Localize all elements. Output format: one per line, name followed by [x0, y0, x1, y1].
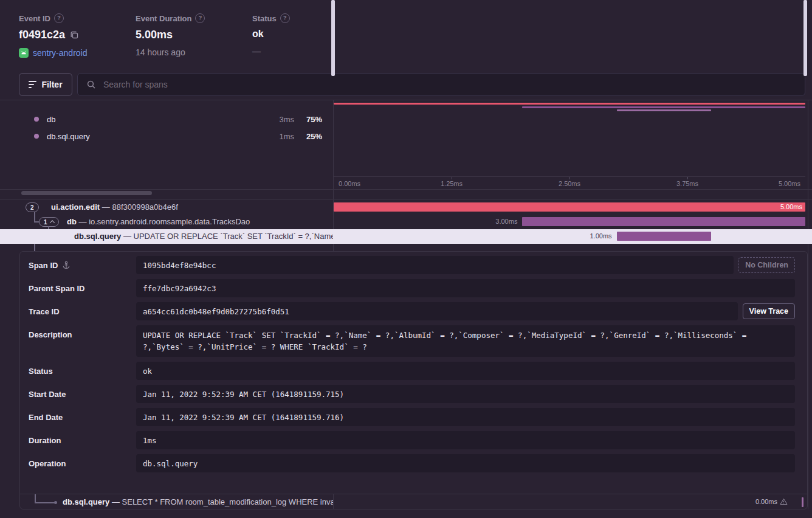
span-op: ui.action.edit: [51, 202, 100, 212]
status-label: Status: [252, 14, 277, 23]
minimap-left-handle[interactable]: [331, 0, 335, 76]
detail-row-status: Status ok: [29, 362, 795, 380]
status-value: ok: [252, 29, 290, 40]
detail-value-start-date: Jan 11, 2022 9:52:39 AM CET (1641891159.…: [136, 385, 795, 403]
span-row-db[interactable]: 1 db — io.sentry.android.roomsample.data…: [0, 215, 812, 229]
no-children-button[interactable]: No Children: [738, 257, 795, 273]
search-input[interactable]: [102, 79, 796, 90]
time-axis: 0.00ms 1.25ms 2.50ms 3.75ms 5.00ms: [334, 176, 805, 189]
children-count-pill[interactable]: 2: [26, 202, 39, 212]
event-duration-label: Event Duration: [136, 14, 191, 23]
span-duration: 5.00ms: [780, 202, 802, 212]
detail-label-text: Start Date: [29, 390, 66, 399]
help-icon[interactable]: ?: [280, 13, 290, 23]
tree-connector: [35, 494, 36, 503]
view-trace-button[interactable]: View Trace: [743, 303, 795, 319]
event-id-value-row: f0491c2a: [19, 29, 88, 41]
span-bar[interactable]: [334, 202, 805, 212]
zero-duration-span-tick: [802, 497, 803, 507]
span-detail-page: Event ID ? f0491c2a sentry-android: [0, 0, 812, 518]
legend-item-db-sql-query[interactable]: db.sql.query 1ms 25%: [34, 129, 322, 143]
detail-value-parent-span-id: ffe7dbc92a6942c3: [136, 279, 795, 297]
span-desc: SELECT * FROM room_table_modification_lo…: [122, 497, 334, 506]
legend-percent: 25%: [294, 132, 322, 141]
legend-dot: [34, 134, 39, 139]
event-id-label: Event ID: [19, 14, 50, 23]
legend-percent: 75%: [294, 115, 322, 124]
help-icon[interactable]: ?: [195, 13, 205, 23]
span-op: db.sql.query: [63, 497, 109, 506]
detail-row-operation: Operation db.sql.query: [29, 454, 795, 472]
span-desc: io.sentry.android.roomsample.data.Tracks…: [89, 217, 250, 226]
span-desc: UPDATE OR REPLACE `Track` SET `TrackId` …: [134, 232, 333, 241]
span-duration-with-warning: 0.00ms: [755, 498, 788, 505]
detail-row-duration: Duration 1ms: [29, 431, 795, 449]
android-icon: [19, 48, 29, 58]
span-details-panel: Span ID 1095bd4ef8e94bcc No Children Par…: [19, 251, 808, 509]
event-id-label-row: Event ID ?: [19, 13, 88, 23]
minimap-bottom-border: [0, 189, 812, 190]
span-bar[interactable]: [522, 217, 805, 226]
span-title: db — io.sentry.android.roomsample.data.T…: [67, 217, 250, 226]
tree-timeline-divider: [333, 494, 334, 509]
span-duration: 1.00ms: [590, 232, 612, 241]
span-op: db.sql.query: [74, 232, 121, 241]
span-search: [77, 73, 805, 96]
span-bar[interactable]: [617, 232, 711, 241]
detail-value-span-id: 1095bd4ef8e94bcc: [136, 256, 734, 274]
axis-tick: [687, 177, 688, 179]
minimap-span-db-sql-query: [617, 109, 711, 111]
span-title: ui.action.edit — 88f300998a0b4e6f: [51, 202, 178, 212]
detail-label-text: Operation: [29, 459, 66, 468]
span-row-bar-cell: 1.00ms: [334, 229, 805, 244]
detail-row-trace-id: Trace ID a654cc61dc0b48ef9d0b27275b6f0d5…: [29, 302, 795, 320]
detail-row-description: Description UPDATE OR REPLACE `Track` SE…: [29, 325, 795, 357]
copy-icon[interactable]: [70, 30, 79, 40]
detail-label-text: Description: [29, 330, 72, 339]
axis-tick: [452, 177, 452, 179]
legend-duration: 3ms: [266, 115, 294, 124]
minimap-span-db: [522, 106, 805, 108]
help-icon[interactable]: ?: [54, 13, 64, 23]
separator: —: [123, 232, 131, 241]
detail-value-status: ok: [136, 362, 795, 380]
detail-value-operation: db.sql.query: [136, 454, 795, 472]
detail-label-text: Duration: [29, 436, 61, 445]
status-field: Status ? ok —: [252, 13, 290, 56]
children-count-pill[interactable]: 1: [39, 217, 59, 227]
legend-op: db.sql.query: [47, 132, 266, 141]
project-link[interactable]: sentry-android: [19, 48, 88, 58]
filter-button[interactable]: Filter: [19, 73, 72, 96]
anchor-icon[interactable]: [62, 261, 71, 269]
search-icon: [86, 80, 96, 89]
trace-minimap[interactable]: [334, 100, 805, 176]
span-row-ui-action-edit[interactable]: 2 ui.action.edit — 88f300998a0b4e6f 5.00…: [0, 200, 812, 215]
legend-item-db[interactable]: db 3ms 75%: [34, 112, 322, 126]
minimap-right-handle[interactable]: [803, 0, 807, 76]
project-name: sentry-android: [33, 48, 88, 58]
axis-label-2: 2.50ms: [559, 180, 580, 187]
separator: —: [112, 497, 120, 506]
legend-dot: [34, 117, 39, 122]
span-row-bar-cell: 3.00ms: [334, 215, 805, 229]
span-duration: 0.00ms: [755, 498, 777, 505]
detail-label-text: Status: [29, 367, 53, 376]
event-duration-value: 5.00ms: [136, 29, 205, 41]
span-op: db: [67, 217, 77, 226]
tree-horizontal-scrollbar[interactable]: [21, 191, 152, 195]
span-row-db-sql-query-select[interactable]: db.sql.query — SELECT * FROM room_table_…: [20, 494, 807, 510]
separator: —: [79, 217, 87, 226]
minimap-span-ui-action-edit: [334, 103, 805, 105]
span-row-db-sql-query-selected[interactable]: db.sql.query — UPDATE OR REPLACE `Track`…: [0, 229, 812, 244]
span-desc: 88f300998a0b4e6f: [112, 202, 177, 212]
filter-button-label: Filter: [41, 80, 62, 89]
detail-label-text: Span ID: [29, 261, 58, 270]
detail-value-description: UPDATE OR REPLACE `Track` SET `TrackId` …: [136, 325, 795, 357]
detail-label-text: Parent Span ID: [29, 284, 84, 293]
axis-label-4: 5.00ms: [779, 180, 800, 187]
status-sub: —: [252, 46, 290, 56]
event-duration-label-row: Event Duration ?: [136, 13, 205, 23]
panel-right-border: [808, 100, 808, 509]
chevron-up-icon: [49, 220, 54, 225]
axis-label-1: 1.25ms: [441, 180, 463, 187]
